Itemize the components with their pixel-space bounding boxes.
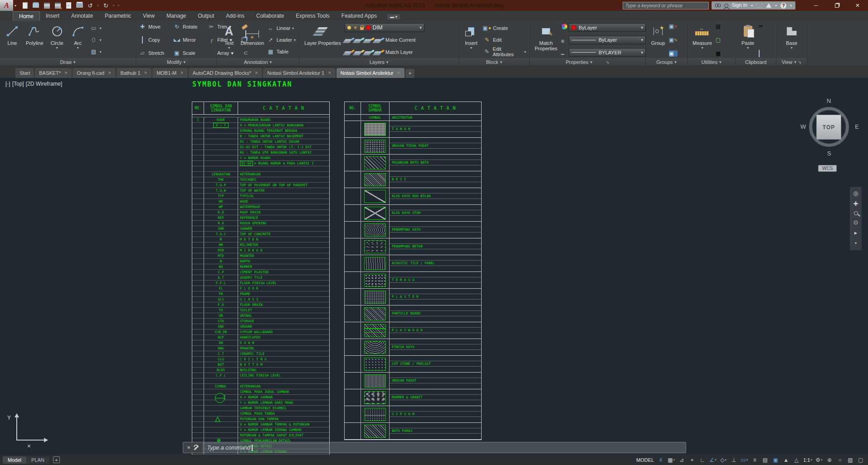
arc-dropdown-arrow[interactable]: ▾	[77, 47, 79, 49]
edit-attributes-button[interactable]: ✎Edit Attributes▾	[483, 47, 526, 56]
application-menu-button[interactable]: A	[0, 0, 14, 11]
ribbon-tab-home[interactable]: Home	[13, 11, 40, 21]
new-layout-button[interactable]: +	[53, 456, 60, 463]
ribbon-tab-insert[interactable]: Insert	[40, 11, 65, 21]
move-button[interactable]: ✚Move	[138, 22, 172, 31]
mirror-button[interactable]: ◣◢Mirror	[173, 35, 206, 44]
circle-button[interactable]: Circle ▾	[47, 22, 67, 58]
linetype-arrow[interactable]: ▾	[641, 50, 643, 55]
polar-tracking-icon[interactable]: ∠▾	[708, 455, 717, 464]
autodesk-app-icon[interactable]	[766, 3, 771, 8]
layout-tab-plan[interactable]: PLAN	[26, 456, 49, 464]
command-close-icon[interactable]: ✕	[187, 445, 190, 450]
edit-attributes-dropdown-arrow[interactable]: ▾	[524, 50, 526, 54]
panel-label-draw[interactable]: Draw▾	[0, 58, 136, 66]
group-selection-icon[interactable]: ▣	[669, 50, 678, 57]
insert-button[interactable]: Insert ▾	[461, 22, 481, 58]
polyline-button[interactable]: Polyline	[23, 22, 46, 58]
make-current-button[interactable]: Make Current	[385, 37, 416, 43]
autoscale-icon[interactable]: △	[792, 455, 801, 464]
match-layer-button[interactable]: Match Layer	[385, 49, 413, 55]
text-button[interactable]: A Text ▾	[219, 22, 239, 58]
compass-west-label[interactable]: W	[800, 123, 806, 130]
restore-button[interactable]	[826, 0, 847, 11]
lineweight-arrow[interactable]: ▾	[641, 38, 643, 42]
isodraft-icon[interactable]: ◇▾	[719, 455, 728, 464]
object-color-arrow[interactable]: ▾	[641, 25, 643, 30]
layer-unisolate-icon[interactable]	[344, 51, 352, 53]
lineweight-dropdown[interactable]: ByLayer ▾	[569, 36, 646, 44]
hatch-button[interactable]: ▨▾	[90, 47, 102, 56]
view-dialog-launcher-icon[interactable]: ↘	[798, 60, 802, 64]
measure-dropdown-arrow[interactable]: ▾	[701, 47, 703, 49]
new-drawing-tab-button[interactable]: +	[405, 69, 414, 78]
workspace-switching-icon[interactable]: ⚙▾	[814, 455, 824, 464]
tab-close-icon[interactable]: ✕	[64, 71, 68, 75]
lineweight-list-icon[interactable]: ≡	[561, 39, 568, 44]
ellipse-button[interactable]: ⬯▾	[90, 35, 102, 44]
viewport-visual-style-control[interactable]: [2D Wireframe]	[26, 81, 63, 87]
help-icon[interactable]: ?	[780, 3, 786, 9]
viewport-minus-control[interactable]: [-]	[5, 81, 10, 87]
create-block-button[interactable]: ▣★Create	[483, 24, 526, 33]
tab-close-icon[interactable]: ✕	[255, 71, 258, 75]
ortho-mode-icon[interactable]: ∟	[698, 455, 707, 464]
panel-label-block[interactable]: Block▾	[459, 58, 529, 66]
ribbon-tab-express-tools[interactable]: Express Tools	[290, 11, 335, 21]
help-dropdown-arrow[interactable]: ▾	[790, 4, 792, 8]
panel-label-view[interactable]: View▾↘	[776, 58, 807, 66]
layer-off-icon[interactable]	[344, 39, 352, 41]
command-line-bar[interactable]: ✕ Type a command	[183, 442, 686, 453]
copy-clip-icon[interactable]	[759, 50, 763, 57]
clean-screen-icon[interactable]: ▢	[856, 455, 865, 464]
compass-south-label[interactable]: S	[827, 150, 831, 157]
grid-display-icon[interactable]: #	[656, 455, 665, 464]
measure-button[interactable]: Measure ▾	[690, 22, 715, 58]
close-button[interactable]: ✕	[847, 0, 868, 11]
circle-dropdown-arrow[interactable]: ▾	[56, 47, 58, 49]
print-button[interactable]	[75, 1, 83, 10]
panel-label-utilities[interactable]: Utilities▾	[688, 58, 735, 66]
viewport-view-control[interactable]: [Top]	[12, 81, 24, 87]
command-input[interactable]: Type a command	[202, 445, 250, 451]
sign-in-dropdown-arrow[interactable]: ▾	[751, 4, 753, 8]
ribbon-tab-annotate[interactable]: Annotate	[65, 11, 99, 21]
drawing-tab-notasi-simbol-arsitektur[interactable]: Notasi Simbol Arsitektur✕	[336, 68, 405, 78]
ribbon-tab-output[interactable]: Output	[192, 11, 220, 21]
plot-button[interactable]	[64, 1, 73, 10]
open-file-button[interactable]	[32, 1, 40, 10]
search-input[interactable]	[623, 2, 709, 10]
stretch-button[interactable]: ▱Stretch	[138, 48, 172, 58]
orbit-icon[interactable]: ⊙	[853, 219, 858, 226]
paste-dropdown-arrow[interactable]: ▾	[747, 47, 749, 49]
group-edit-icon[interactable]: ▣✎	[669, 37, 678, 43]
drawing-tab-basket[interactable]: BASKET*✕	[35, 68, 72, 78]
dynamic-input-icon[interactable]: ⌖	[688, 455, 697, 464]
insert-dropdown-arrow[interactable]: ▾	[470, 47, 472, 49]
layer-unlock2-icon[interactable]	[354, 51, 362, 53]
properties-dialog-launcher-icon[interactable]: ↘	[606, 60, 610, 64]
text-dropdown-arrow[interactable]: ▾	[228, 47, 230, 49]
hatch-dropdown-arrow[interactable]: ▾	[100, 50, 102, 54]
tab-close-icon[interactable]: ✕	[328, 71, 332, 75]
compass-east-label[interactable]: E	[855, 123, 859, 130]
layer-dropdown-arrow[interactable]: ▾	[419, 25, 422, 30]
drawing-canvas[interactable]: [-] [Top] [2D Wireframe] SYMBOL DAN SING…	[0, 78, 868, 455]
annotation-scale-button[interactable]: 1:1▾	[802, 455, 813, 464]
isolate-objects-icon[interactable]: ○	[835, 455, 844, 464]
panel-label-layers[interactable]: Layers▾	[299, 58, 458, 66]
color-wheel-icon[interactable]	[561, 23, 568, 30]
edit-block-button[interactable]: ✎Edit	[483, 35, 526, 44]
undo-button[interactable]: ↺	[86, 1, 94, 10]
autodesk-app-dropdown-arrow[interactable]: ▾	[775, 4, 777, 8]
line-button[interactable]: Line	[2, 22, 22, 58]
ellipse-dropdown-arrow[interactable]: ▾	[100, 38, 102, 42]
group-button[interactable]: ★ Group	[648, 22, 668, 58]
qat-customize-arrow[interactable]: ▾	[117, 3, 120, 8]
layer-freeze-icon[interactable]	[354, 39, 362, 41]
model-tab[interactable]: Model	[3, 456, 26, 464]
compass-north-label[interactable]: N	[827, 97, 831, 104]
drawing-tab-bathub-1[interactable]: Bathub 1✕	[117, 68, 152, 78]
base-button[interactable]: Base ▾	[782, 22, 802, 58]
infer-constraints-icon[interactable]: ⊿	[677, 455, 686, 464]
